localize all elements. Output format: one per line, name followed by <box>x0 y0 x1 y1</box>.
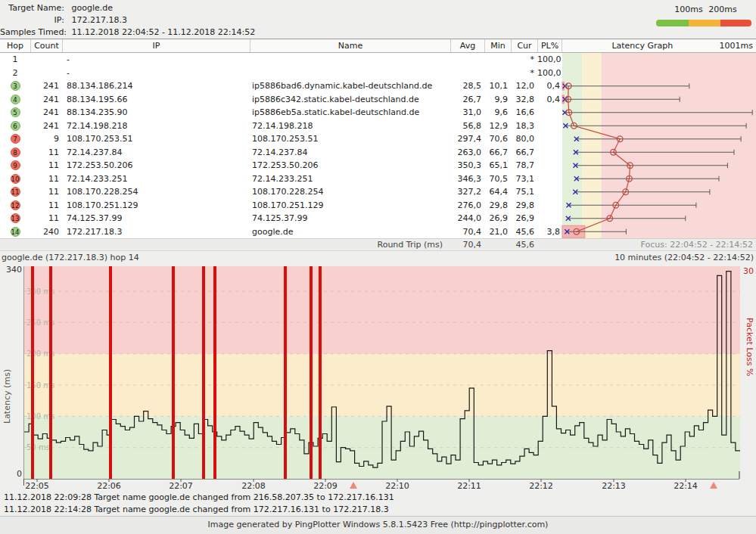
latency-graph-label: Latency Graph <box>565 39 720 52</box>
ip-cell: 72.14.233.251 <box>62 174 250 184</box>
legend-100ms-label: 100ms <box>674 5 702 14</box>
cur-cell: 45,6 <box>511 227 537 237</box>
table-body: 1-*100,02-*100,0324188.134.186.214ip5886… <box>0 53 756 238</box>
avg-cell: 28,5 <box>450 81 484 91</box>
table-header: Hop Count IP Name Avg Min Cur PL% Latenc… <box>0 39 756 53</box>
ip-cell: 108.170.228.254 <box>62 187 250 197</box>
column-header-name[interactable]: Name <box>250 39 450 52</box>
name-cell: 108.170.251.129 <box>250 200 450 210</box>
ip-cell: 88.134.195.66 <box>62 95 250 104</box>
footer-bar: Image generated by PingPlotter Windows 5… <box>0 516 756 534</box>
svg-text:50 ms: 50 ms <box>26 443 50 452</box>
summary-header: Target Name: google.de IP: 172.217.18.3 … <box>0 0 756 39</box>
name-cell: 74.125.37.99 <box>250 213 450 223</box>
count-cell: 241 <box>30 107 62 117</box>
avg-cell: 276,0 <box>450 200 484 210</box>
ip-cell: 108.170.253.51 <box>62 134 250 144</box>
y-axis-zero-label: 0 <box>3 469 22 479</box>
min-cell: 70,6 <box>484 134 511 144</box>
count-cell: 11 <box>30 213 62 223</box>
hop-status-badge: 7 <box>11 134 20 144</box>
cur-cell: 75,1 <box>511 187 537 197</box>
column-header-count[interactable]: Count <box>30 39 62 52</box>
column-header-cur[interactable]: Cur <box>511 39 537 52</box>
timeline-x-axis: 22:0522:0622:0722:0822:0922:1022:1122:12… <box>23 479 739 491</box>
pl-cell: 100,0 <box>537 54 562 64</box>
min-cell: 10,1 <box>484 81 511 91</box>
ip-cell: 88.134.186.214 <box>62 81 250 91</box>
min-cell: 29,8 <box>484 200 511 210</box>
y-axis-max-label: 340 <box>3 265 22 275</box>
avg-cell: 327,2 <box>450 187 484 197</box>
pingplotter-window: Target Name: google.de IP: 172.217.18.3 … <box>0 0 756 534</box>
avg-cell: 346,3 <box>450 174 484 184</box>
timeline-title: google.de (172.217.18.3) hop 14 <box>2 251 139 264</box>
cur-cell: 18,3 <box>511 121 537 131</box>
cur-cell: 29,8 <box>511 200 537 210</box>
pl-cell: 100,0 <box>537 68 562 78</box>
timeline-plot[interactable]: 300 ms250 ms200 ms150 ms100 ms50 ms <box>23 266 739 479</box>
event-log: 11.12.2018 22:09:28 Target name google.d… <box>0 490 756 516</box>
count-cell: 241 <box>30 95 62 104</box>
avg-cell: 56,8 <box>450 121 484 131</box>
avg-cell: 70,4 <box>450 227 484 237</box>
column-header-pl[interactable]: PL% <box>537 39 562 52</box>
cur-cell: * <box>511 54 537 64</box>
pl-cell: 0,4 <box>537 95 562 104</box>
focus-range-label[interactable]: Focus: 22:04:52 - 22:14:52 <box>562 240 756 250</box>
cur-cell: 73,1 <box>511 174 537 184</box>
count-cell: 11 <box>30 147 62 157</box>
ip-cell: 72.14.198.218 <box>62 121 250 131</box>
legend-amber-segment <box>689 20 720 26</box>
event-log-line-1[interactable]: 11.12.2018 22:09:28 Target name google.d… <box>4 492 756 504</box>
name-cell: ip5886eb5a.static.kabel-deutschland.de <box>250 107 450 117</box>
min-cell: 26,9 <box>484 213 511 223</box>
avg-cell: 297,4 <box>450 134 484 144</box>
cur-cell: 26,9 <box>511 213 537 223</box>
cur-cell: 66,7 <box>511 147 537 157</box>
hop-status-badge: 4 <box>11 95 20 104</box>
legend-green-segment <box>656 20 689 26</box>
ip-cell: 74.125.37.99 <box>62 213 250 223</box>
hop-status-badge: 13 <box>11 213 20 223</box>
pl-cell: 0,4 <box>537 81 562 91</box>
ip-cell: 172.253.50.206 <box>62 160 250 170</box>
name-cell: ip5886c342.static.kabel-deutschland.de <box>250 95 450 104</box>
ip-cell: 88.134.235.90 <box>62 107 250 117</box>
pl-cell: 3,8 <box>537 227 562 237</box>
event-log-line-2[interactable]: 11.12.2018 22:14:28 Target name google.d… <box>4 504 756 516</box>
timeline-header: google.de (172.217.18.3) hop 14 10 minut… <box>0 251 756 265</box>
hop-status-badge: 6 <box>11 121 20 131</box>
round-trip-row: Round Trip (ms) 70,4 45,6 Focus: 22:04:5… <box>0 238 756 251</box>
min-cell: 70,5 <box>484 174 511 184</box>
column-header-ip[interactable]: IP <box>62 39 250 52</box>
name-cell: google.de <box>250 227 450 237</box>
avg-cell: 350,3 <box>450 160 484 170</box>
samples-timed-label: Samples Timed: <box>0 26 64 39</box>
cur-cell: 80,0 <box>511 134 537 144</box>
column-header-avg[interactable]: Avg <box>450 39 484 52</box>
cur-cell: * <box>511 68 537 78</box>
round-trip-label: Round Trip (ms) <box>250 240 450 250</box>
target-name-row: Target Name: google.de <box>0 2 113 14</box>
samples-timed-row: Samples Timed: 11.12.2018 22:04:52 - 11.… <box>0 26 255 39</box>
count-cell: 11 <box>30 187 62 197</box>
min-cell: 64,4 <box>484 187 511 197</box>
cur-cell: 12,0 <box>511 81 537 91</box>
column-header-hop[interactable]: Hop <box>0 39 30 52</box>
count-cell: 9 <box>30 134 62 144</box>
footer-text: Image generated by PingPlotter Windows 5… <box>208 520 549 529</box>
round-trip-cur: 45,6 <box>511 240 537 250</box>
name-cell: ip5886bad6.dynamic.kabel-deutschland.de <box>250 81 450 91</box>
target-name-label: Target Name: <box>0 2 64 14</box>
target-name-value: google.de <box>72 3 114 13</box>
name-cell: 172.253.50.206 <box>250 160 450 170</box>
count-cell: 11 <box>30 200 62 210</box>
column-header-latency-graph[interactable]: Latency Graph 1001ms <box>562 39 756 52</box>
timeline-duration: 10 minutes (22:04:52 - 22:14:52) <box>614 251 754 264</box>
name-cell: 72.14.233.251 <box>250 174 450 184</box>
column-header-min[interactable]: Min <box>484 39 511 52</box>
hop-status-badge: 8 <box>11 147 20 157</box>
name-cell: 108.170.253.51 <box>250 134 450 144</box>
avg-cell: 26,7 <box>450 95 484 104</box>
